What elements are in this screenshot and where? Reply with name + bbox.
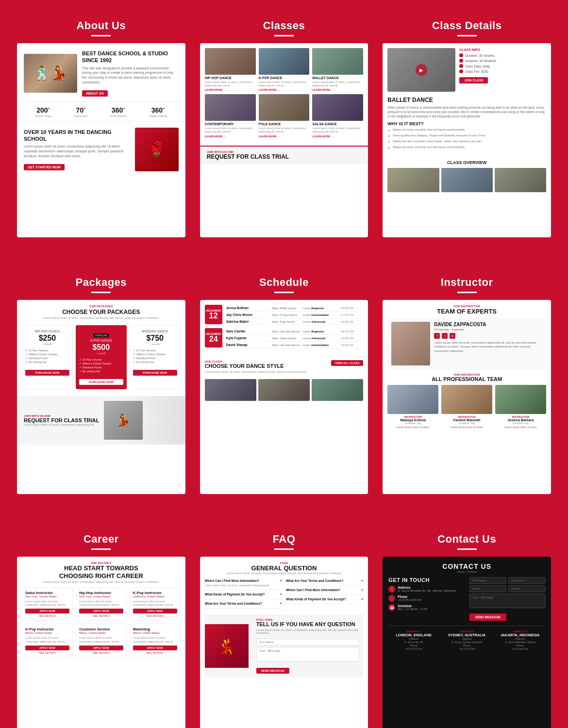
class-kpop-img (259, 48, 310, 75)
faq-item-4: What Are Your Terms and Conditions? + (286, 579, 363, 586)
class-hiphop-link[interactable]: LEARN MORE → (205, 88, 256, 91)
play-button[interactable]: ▶ (416, 64, 427, 76)
classes-title: Classes (263, 19, 305, 32)
style-img-3 (312, 379, 363, 401)
team-member-2: INSTRUCTOR Farland Manolah schedule: day… (441, 385, 492, 429)
class-info-box: CLASS INFO Duration: 30 minutes Students… (459, 48, 546, 92)
class-salsa-link[interactable]: LEARN MORE → (312, 135, 363, 138)
packages-cell: Packages OUR PACKAGES CHOOSE YOUR PACKAG… (10, 271, 193, 499)
faq-q-6[interactable]: What Kinds of Payment Do You Accept? + (286, 597, 363, 601)
schedule-row-5: Kyla Fujardo Style: Salsa Dance Level: A… (226, 335, 364, 342)
faq-toggle-1[interactable]: + (280, 579, 282, 583)
schedule-row-3: Sabrina Baker Style: Pole Dance Level: A… (226, 318, 364, 325)
instructor-photo (391, 322, 430, 365)
faq-toggle-3[interactable]: + (280, 601, 282, 606)
pkg-modern-btn[interactable]: PURCHASE NOW (133, 370, 177, 376)
faq-name-input[interactable] (256, 639, 360, 645)
faq-answer-1: Lorem ipsum dolor sit amet, consectetur … (205, 584, 282, 587)
career-card: JOB VACANCY HEAD START TOWARDSCHOOSING R… (17, 557, 185, 728)
team-desc-2: Lorem ipsum dolor sit amet. (441, 426, 492, 429)
pkg-trial-text: JOIN WITH US AND REQUEST FOR CLASS TRIAL… (24, 414, 99, 426)
apply-marketing-btn[interactable]: APPLY NOW (133, 645, 177, 650)
faq-message-input[interactable] (256, 647, 360, 662)
team-loc-1: schedule: day (387, 422, 438, 425)
faq-cell: FAQ FAQS GENERAL QUESTION Lorem ipsum do… (193, 528, 376, 728)
instructor-bio: Lorem ipsum dolor sit amet, consectetur … (434, 341, 542, 353)
phone-input[interactable] (508, 585, 545, 592)
job-customer-desc: Lorem ipsum dolor sit amet, consectetur … (79, 636, 123, 643)
packages-heading: CHOOSE YOUR PACKAGES (24, 309, 179, 315)
apply-customer-btn[interactable]: APPLY NOW (79, 645, 123, 650)
email-input[interactable] (469, 585, 506, 592)
class-kpop-link[interactable]: LEARN MORE → (259, 88, 310, 91)
all-team-title: ALL PROFESSIONAL TEAM (387, 376, 546, 382)
linkedin-icon[interactable]: in (450, 333, 455, 339)
contact-send-btn[interactable]: SEND MESSAGE (469, 613, 506, 621)
class-details-cell: Class Details ▶ CLASS INFO Duration: 30 … (375, 15, 558, 242)
class-hiphop-img (205, 48, 256, 75)
faq-q-5[interactable]: Where Can I Find More Information? + (286, 588, 363, 592)
team-loc-2: schedule: day (441, 422, 492, 425)
apply-kpop2-btn[interactable]: APPLY NOW (25, 645, 69, 650)
faq-toggle-6[interactable]: + (361, 597, 364, 601)
instructor-content: OUR INSTRUCTOR TEAM OF EXPERTS DAVIDE ZA… (383, 300, 551, 433)
join-class-btn[interactable]: JOIN CLASS (459, 77, 488, 83)
branch-london: BRANCH 01 LONDON, ENGLAND AddressJl. Sur… (388, 630, 439, 651)
class-contemporary-link[interactable]: LEARN MORE → (205, 135, 256, 138)
message-textarea[interactable] (469, 594, 545, 608)
faq-send-btn[interactable]: SEND MESSAGE (256, 668, 289, 674)
facebook-icon[interactable]: f (434, 333, 440, 339)
kpop2-details-link[interactable]: SEE DETAILS (25, 651, 69, 654)
faq-toggle-4[interactable]: + (361, 579, 364, 583)
apply-hiphop-btn[interactable]: APPLY NOW (79, 609, 123, 613)
faq-q-1[interactable]: Where Can I Find More Information? + (205, 579, 282, 583)
job-kpop2-desc: Lorem ipsum dolor sit amet, consectetur … (25, 636, 69, 643)
customer-details-link[interactable]: SEE DETAILS (79, 651, 123, 654)
contact-schedule-text: Schedule Mon - Fri 09:00 - 17:00 (398, 604, 427, 611)
faq-toggle-2[interactable]: + (280, 592, 282, 596)
faq-q-4[interactable]: What Are Your Terms and Conditions? + (286, 579, 363, 583)
team-header: OUR INSTRUCTOR TEAM OF EXPERTS (387, 305, 546, 315)
pkg-modern-price: $750 (133, 334, 177, 343)
branches: BRANCH 01 LONDON, ENGLAND AddressJl. Sur… (388, 626, 545, 651)
class-hiphop-desc: Lorem ipsum dolor sit amet, consectetur … (205, 81, 256, 87)
schedule-content: DECEMBER 12 Jenna Beltran Style: Ballet … (200, 300, 368, 356)
faq-q-3[interactable]: What Are Your Terms and Conditions? + (205, 601, 282, 606)
style-img-2 (258, 379, 310, 401)
faq-q-2[interactable]: What Kinds of Payment Do You Accept? + (205, 592, 282, 596)
about-us-btn[interactable]: ABOUT US (82, 90, 108, 97)
class-salsa: SALSA DANCE Lorem ipsum dolor sit amet, … (312, 94, 363, 137)
branch-jakarta-city: JAKARTA, INDONESIA (495, 633, 545, 637)
schedule-row-6: David Slanap Style: Hip Hop Dance Level:… (226, 342, 364, 348)
ballet-dance-desc: When power of choice is untrammelled and… (387, 105, 546, 118)
pkg-hiphop-btn[interactable]: PURCHASE NOW (25, 370, 69, 376)
salsa-details-link[interactable]: SEE DETAILS (25, 614, 69, 617)
last-name-input[interactable] (508, 577, 545, 584)
faq-toggle-5[interactable]: + (361, 588, 364, 592)
marketing-details-link[interactable]: SEE DETAILS (133, 651, 177, 654)
info-fee: Class Fee: $250 (459, 69, 546, 73)
first-name-input[interactable] (469, 577, 506, 584)
pkg-kpop-btn[interactable]: PURCHASE NOW (79, 379, 123, 385)
job-customer-loc: Miami, United States (79, 631, 123, 634)
class-contemporary-img (205, 94, 256, 121)
schedule-row-2: Jay Chris Moore Style: K-Pop Dance Level… (226, 312, 364, 318)
faq-banner-title: TELL US IF YOU HAVE ANY QUESTION (256, 621, 360, 628)
team-name-1: Natasya Kritova (387, 418, 438, 422)
class-pole-link[interactable]: LEARN MORE → (259, 135, 310, 138)
apply-salsa-btn[interactable]: APPLY NOW (25, 609, 69, 613)
classes-grid: HIP HOP DANCE Lorem ipsum dolor sit amet… (200, 43, 368, 143)
apply-kpop-btn[interactable]: APPLY NOW (133, 609, 177, 613)
instructor-name: DAVIDE ZAPPACOSTA (434, 322, 542, 327)
contact-heading: CONTACT US (388, 563, 545, 570)
contact-schedule-row: 📅 Schedule Mon - Fri 09:00 - 17:00 (388, 604, 464, 611)
twitter-icon[interactable]: t (442, 333, 448, 339)
days-icon (459, 64, 463, 68)
instructor-cell: Instructor OUR INSTRUCTOR TEAM OF EXPERT… (375, 271, 558, 499)
class-ballet-link[interactable]: LEARN MORE → (312, 88, 363, 91)
kpop-details-link[interactable]: SEE DETAILS (133, 614, 177, 617)
get-started-btn[interactable]: GET STARTED NOW (24, 164, 65, 170)
view-all-class-btn[interactable]: VIEW ALL CLASS (331, 360, 363, 366)
hiphop-details-link[interactable]: SEE DETAILS (79, 614, 123, 617)
faq-item-5: Where Can I Find More Information? + (286, 588, 363, 595)
